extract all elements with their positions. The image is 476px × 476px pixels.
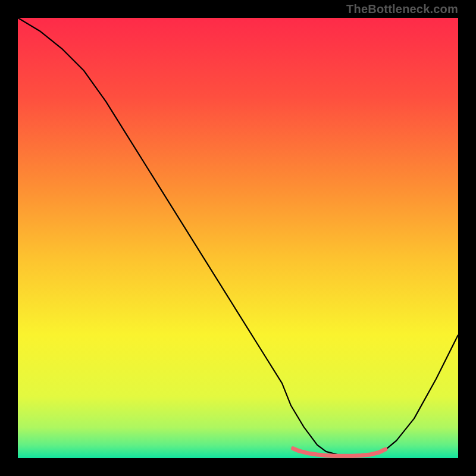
chart-svg: [18, 18, 458, 458]
highlight-dot: [296, 450, 299, 452]
highlight-dot: [382, 448, 384, 450]
highlight-dot: [375, 451, 378, 453]
highlight-dot: [316, 453, 318, 456]
plot-area: [18, 18, 458, 458]
highlight-dot: [356, 455, 358, 457]
highlight-dot: [309, 452, 312, 455]
highlight-dot: [336, 455, 338, 457]
watermark-text: TheBottleneck.com: [346, 2, 458, 16]
svg-rect-0: [18, 18, 458, 458]
highlight-dot: [349, 455, 352, 457]
highlight-dot: [303, 450, 305, 452]
highlight-dot: [362, 454, 365, 456]
chart-container: TheBottleneck.com: [0, 0, 476, 476]
highlight-dot: [322, 454, 325, 456]
highlight-dot: [329, 454, 331, 456]
highlight-dot: [342, 455, 345, 457]
highlight-dot: [369, 453, 371, 456]
